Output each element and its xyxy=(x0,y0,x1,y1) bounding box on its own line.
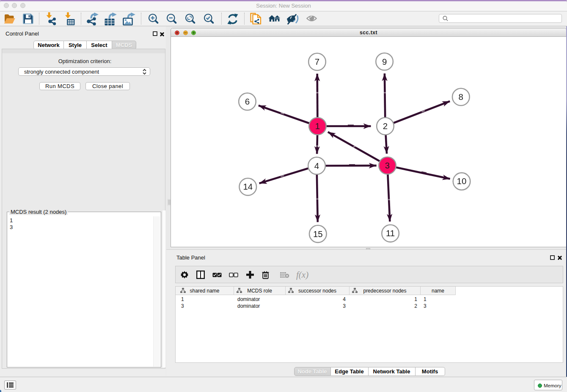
svg-text:14: 14 xyxy=(243,182,253,191)
svg-text:15: 15 xyxy=(313,229,323,239)
svg-text:4: 4 xyxy=(314,161,319,171)
svg-text:8: 8 xyxy=(459,92,463,102)
svg-text:7: 7 xyxy=(315,57,319,66)
svg-text:1: 1 xyxy=(315,121,320,131)
svg-text:11: 11 xyxy=(386,228,395,238)
svg-text:2: 2 xyxy=(383,121,388,131)
svg-text:3: 3 xyxy=(385,160,390,170)
svg-text:6: 6 xyxy=(245,97,250,106)
svg-text:9: 9 xyxy=(382,57,387,66)
svg-text:10: 10 xyxy=(457,176,467,186)
